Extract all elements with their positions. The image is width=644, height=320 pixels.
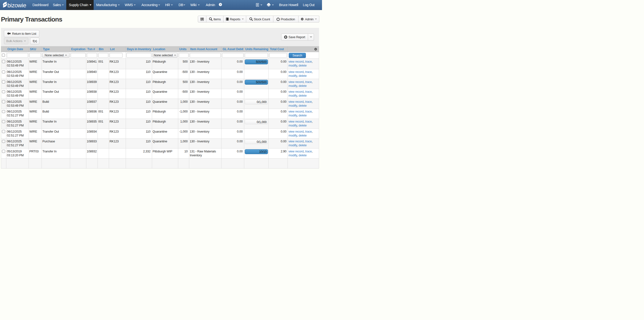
svg-text:?: ?	[220, 3, 221, 6]
